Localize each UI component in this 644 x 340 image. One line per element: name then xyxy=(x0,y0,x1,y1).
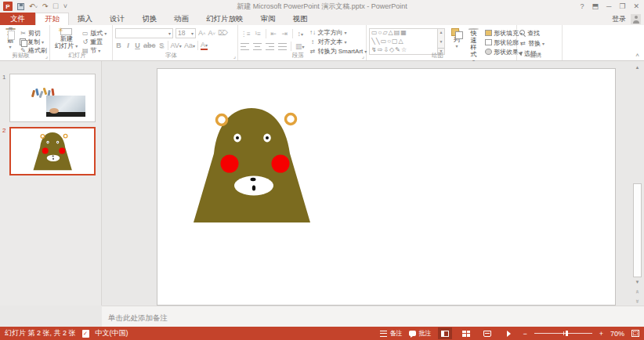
scroll-down-button[interactable]: ▼ xyxy=(632,277,642,287)
align-left-button[interactable] xyxy=(241,43,249,50)
layout-button[interactable]: ▭版式▾ xyxy=(81,29,107,37)
bear-drawing[interactable] xyxy=(157,69,617,306)
strikethrough-button[interactable]: abc xyxy=(143,42,156,49)
comments-toggle-button[interactable]: 批注 xyxy=(409,330,431,338)
powerpoint-logo-icon[interactable]: P xyxy=(3,2,13,11)
align-right-button[interactable] xyxy=(266,43,274,50)
align-center-button[interactable] xyxy=(253,43,262,50)
shrink-font-button[interactable]: A˅ xyxy=(208,29,216,37)
new-slide-button[interactable]: 新建 幻灯片 ▾ xyxy=(52,27,80,51)
character-spacing-button[interactable]: AV▾ xyxy=(171,42,182,49)
notes-toggle-button[interactable]: 备注 xyxy=(380,330,402,338)
customize-qat-icon[interactable]: ˅ xyxy=(63,2,67,10)
decrease-indent-button[interactable]: ⇤ xyxy=(270,30,277,38)
font-size-combo[interactable]: 18▾ xyxy=(175,28,196,38)
close-button[interactable]: ✕ xyxy=(633,2,639,10)
font-name-combo[interactable]: ▾ xyxy=(115,28,173,38)
spell-check-icon[interactable]: ✓ xyxy=(82,330,89,338)
tab-design[interactable]: 设计 xyxy=(101,13,133,25)
find-button[interactable]: 查找 xyxy=(519,29,545,37)
paragraph-dialog-launcher[interactable]: ⌟ xyxy=(362,53,364,60)
previous-slide-button[interactable]: « xyxy=(632,287,642,296)
undo-icon[interactable]: ↶˅ xyxy=(29,2,38,11)
zoom-slider[interactable] xyxy=(534,333,592,334)
quick-styles-button[interactable]: 快速样式 ▾ xyxy=(466,27,481,51)
numbering-button[interactable]: ¹≡ xyxy=(255,31,262,38)
zoom-out-button[interactable]: − xyxy=(523,330,526,338)
save-icon[interactable] xyxy=(17,3,24,10)
shapes-row-1[interactable]: ▭○▱△▤▦ xyxy=(371,29,436,37)
fit-slide-to-window-icon[interactable] xyxy=(631,330,639,337)
title-bar: P ↶˅ ↷ 🞎 ˅ 新建 Microsoft PowerPoint 演示文稿.… xyxy=(0,0,644,13)
cut-button[interactable]: ✂剪切 xyxy=(20,29,47,37)
tab-animations[interactable]: 动画 xyxy=(165,13,197,25)
bullets-button[interactable]: ⋮≡ xyxy=(241,31,251,38)
slide-1-thumbnail[interactable] xyxy=(9,74,96,122)
slide-canvas[interactable] xyxy=(157,68,616,306)
underline-button[interactable]: U xyxy=(134,42,141,49)
tab-insert[interactable]: 插入 xyxy=(69,13,101,25)
scrollbar-track[interactable] xyxy=(632,72,642,277)
clipboard-dialog-launcher[interactable]: ⌟ xyxy=(45,53,48,60)
notes-placeholder[interactable]: 单击此处添加备注 xyxy=(108,313,168,322)
text-shadow-button[interactable]: S xyxy=(158,42,165,49)
next-slide-button[interactable]: » xyxy=(632,296,642,306)
justify-button[interactable] xyxy=(278,43,287,50)
tab-view[interactable]: 视图 xyxy=(284,13,317,25)
zoom-percentage[interactable]: 70% xyxy=(610,330,624,338)
bold-button[interactable]: B xyxy=(115,42,122,49)
tab-review[interactable]: 审阅 xyxy=(252,13,284,25)
copy-button[interactable]: 复制▾ xyxy=(20,38,47,45)
paste-button[interactable]: 粘贴 ▾ xyxy=(2,27,18,51)
help-button[interactable]: ? xyxy=(580,2,584,10)
group-drawing: ▭○▱△▤▦ ╲╲▭○▢△ ↯⇨⇩◇✎☆ ▲ ▼ ▼ 排列 ▾ 快速样式 ▾ xyxy=(367,25,517,60)
scrollbar-thumb[interactable] xyxy=(633,183,642,277)
wordart-scatter xyxy=(51,89,54,96)
reading-view-button[interactable] xyxy=(480,327,494,339)
shapes-scroll-down-icon[interactable]: ▼ xyxy=(440,39,443,44)
shapes-row-2[interactable]: ╲╲▭○▢△ xyxy=(371,38,436,45)
redo-icon[interactable]: ↷ xyxy=(42,2,49,10)
tab-file[interactable]: 文件 xyxy=(0,13,35,25)
clear-formatting-button[interactable]: ⌦ xyxy=(218,29,228,37)
slideshow-view-button[interactable] xyxy=(501,327,516,339)
font-color-button[interactable]: A▾ xyxy=(201,41,208,50)
account-person-icon[interactable] xyxy=(631,14,641,24)
reset-button[interactable]: ↺重置 xyxy=(81,38,107,45)
grow-font-button[interactable]: A˄ xyxy=(198,29,206,37)
minimize-button[interactable]: ─ xyxy=(606,2,611,10)
arrange-button[interactable]: 排列 ▾ xyxy=(449,27,465,51)
start-slideshow-icon[interactable]: 🞎 xyxy=(53,2,59,10)
text-direction-button[interactable]: ↑↓文字方向▾ xyxy=(309,28,367,36)
increase-indent-button[interactable]: ⇥ xyxy=(281,30,288,38)
tab-home[interactable]: 开始 xyxy=(35,13,69,25)
sign-in-link[interactable]: 登录 xyxy=(612,14,626,24)
comments-icon xyxy=(409,331,416,336)
restore-button[interactable]: ❐ xyxy=(619,2,625,10)
font-dialog-launcher[interactable]: ⌟ xyxy=(233,53,236,60)
tab-slideshow[interactable]: 幻灯片放映 xyxy=(197,13,252,25)
collapse-ribbon-button[interactable]: ˄ xyxy=(635,52,639,59)
slide-sorter-view-button[interactable] xyxy=(459,327,473,339)
find-icon xyxy=(519,30,526,36)
columns-button[interactable]: ▥▾ xyxy=(295,42,305,50)
group-slides: 新建 幻灯片 ▾ ▭版式▾ ↺重置 ▤节▾ 幻灯片 xyxy=(50,25,113,60)
language-indicator[interactable]: 中文(中国) xyxy=(96,328,128,338)
line-spacing-button[interactable]: ↕▾ xyxy=(297,30,304,38)
normal-view-button[interactable] xyxy=(438,327,452,339)
change-case-button[interactable]: Aa▾ xyxy=(184,42,195,49)
italic-button[interactable]: I xyxy=(125,42,132,49)
zoom-slider-thumb[interactable] xyxy=(566,331,568,336)
shapes-gallery[interactable]: ▭○▱△▤▦ ╲╲▭○▢△ ↯⇨⇩◇✎☆ xyxy=(369,28,438,55)
slide-counter[interactable]: 幻灯片 第 2 张, 共 2 张 xyxy=(5,328,76,338)
shapes-scroll-up-icon[interactable]: ▲ xyxy=(440,30,443,34)
tab-transitions[interactable]: 切换 xyxy=(133,13,165,25)
replace-button[interactable]: ⇄替换▾ xyxy=(519,39,545,47)
quick-access-toolbar: P ↶˅ ↷ 🞎 ˅ xyxy=(0,2,67,11)
scroll-up-button[interactable]: ▲ xyxy=(632,63,642,72)
slide-2-thumbnail[interactable] xyxy=(9,127,96,175)
notes-pane[interactable]: 单击此处添加备注 xyxy=(102,306,644,327)
zoom-in-button[interactable]: + xyxy=(599,330,603,338)
ribbon-display-options-button[interactable]: ⬒ xyxy=(592,2,599,10)
align-text-button[interactable]: ↕对齐文本▾ xyxy=(309,38,367,45)
